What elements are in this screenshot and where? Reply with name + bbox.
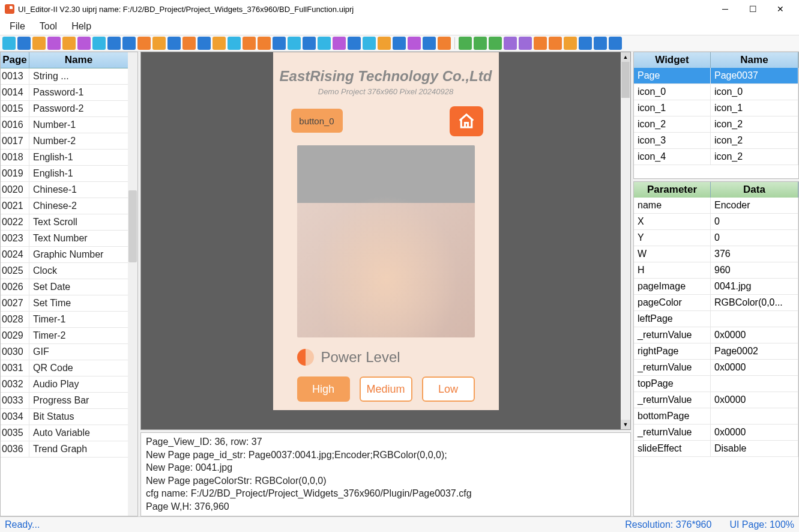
page-row-0033[interactable]: 0033Progress Bar (1, 393, 128, 409)
page-row-0017[interactable]: 0017Number-2 (1, 133, 128, 150)
toolbar-icon-28[interactable] (423, 37, 436, 50)
toolbar-align-icon-10[interactable] (609, 37, 622, 50)
page-row-0014[interactable]: 0014Password-1 (1, 85, 128, 101)
toolbar-icon-27[interactable] (408, 37, 421, 50)
page-row-0032[interactable]: 0032Audio Play (1, 376, 128, 393)
toolbar-align-icon-0[interactable] (459, 37, 472, 50)
page-row-0029[interactable]: 0029Timer-2 (1, 328, 128, 344)
param-row[interactable]: pageColorRGBColor(0,0... (634, 295, 798, 311)
toolbar-align-icon-6[interactable] (549, 37, 562, 50)
scroll-up-icon[interactable]: ▲ (621, 52, 630, 62)
toolbar-icon-12[interactable] (182, 37, 196, 50)
toolbar-align-icon-4[interactable] (519, 37, 532, 50)
page-row-0026[interactable]: 0026Set Date (1, 279, 128, 295)
toolbar-icon-9[interactable] (137, 37, 151, 50)
widget-row[interactable]: icon_0icon_0 (634, 84, 798, 100)
param-row[interactable]: nameEncoder (634, 198, 798, 214)
param-row[interactable]: _returnValue0x0000 (634, 360, 798, 376)
widget-row[interactable]: icon_4icon_2 (634, 149, 798, 165)
toolbar-icon-23[interactable] (348, 37, 361, 50)
toolbar-icon-22[interactable] (333, 37, 346, 50)
page-row-0016[interactable]: 0016Number-1 (1, 117, 128, 133)
toolbar-align-icon-1[interactable] (474, 37, 487, 50)
toolbar-align-icon-3[interactable] (504, 37, 517, 50)
page-row-0035[interactable]: 0035Auto Variable (1, 425, 128, 441)
widget-row[interactable]: icon_1icon_1 (634, 100, 798, 116)
toolbar-icon-10[interactable] (152, 37, 166, 50)
param-row[interactable]: bottomPage (634, 408, 798, 425)
toolbar-icon-15[interactable] (228, 37, 241, 50)
param-col-data[interactable]: Data (711, 182, 798, 198)
page-row-0027[interactable]: 0027Set Time (1, 295, 128, 312)
level-medium-button[interactable]: Medium (360, 376, 412, 402)
toolbar-align-icon-2[interactable] (489, 37, 502, 50)
button-0-widget[interactable]: button_0 (291, 109, 343, 133)
maximize-button[interactable]: ☐ (739, 0, 767, 18)
page-row-0022[interactable]: 0022Text Scroll (1, 214, 128, 231)
level-high-button[interactable]: High (297, 376, 350, 402)
page-row-0013[interactable]: 0013String ... (1, 68, 128, 85)
page-list-col-name[interactable]: Name (29, 52, 128, 68)
toolbar-align-icon-8[interactable] (579, 37, 592, 50)
param-row[interactable]: topPage (634, 376, 798, 392)
level-low-button[interactable]: Low (422, 376, 475, 402)
param-row[interactable]: W376 (634, 246, 798, 262)
toolbar-icon-5[interactable] (77, 37, 91, 50)
page-row-0020[interactable]: 0020Chinese-1 (1, 182, 128, 198)
toolbar-icon-0[interactable] (2, 37, 16, 50)
param-row[interactable]: _returnValue0x0000 (634, 327, 798, 343)
toolbar-icon-4[interactable] (62, 37, 76, 50)
toolbar-icon-16[interactable] (243, 37, 256, 50)
minimize-button[interactable]: ─ (711, 0, 739, 18)
param-row[interactable]: rightPagePage0002 (634, 343, 798, 360)
param-row[interactable]: Y0 (634, 230, 798, 246)
widget-row[interactable]: icon_3icon_2 (634, 133, 798, 149)
widget-row[interactable]: icon_2icon_2 (634, 116, 798, 133)
toolbar-icon-18[interactable] (273, 37, 286, 50)
param-col-parameter[interactable]: Parameter (634, 182, 711, 198)
param-row[interactable]: _returnValue0x0000 (634, 392, 798, 408)
page-row-0021[interactable]: 0021Chinese-2 (1, 198, 128, 214)
param-row[interactable]: pageImage0041.jpg (634, 279, 798, 295)
page-row-0028[interactable]: 0028Timer-1 (1, 312, 128, 328)
toolbar-icon-29[interactable] (438, 37, 451, 50)
toolbar-icon-24[interactable] (363, 37, 376, 50)
toolbar-align-icon-5[interactable] (534, 37, 547, 50)
scroll-down-icon[interactable]: ▼ (621, 420, 630, 429)
page-list-scrollbar[interactable] (128, 52, 137, 516)
page-row-0036[interactable]: 0036Trend Graph (1, 441, 128, 458)
widget-col-widget[interactable]: Widget (634, 52, 711, 68)
toolbar-icon-7[interactable] (107, 37, 121, 50)
toolbar-icon-19[interactable] (288, 37, 301, 50)
toolbar-icon-1[interactable] (17, 37, 31, 50)
menu-file[interactable]: File (4, 20, 31, 33)
toolbar-icon-21[interactable] (318, 37, 331, 50)
param-row[interactable]: _returnValue0x0000 (634, 425, 798, 441)
menu-tool[interactable]: Tool (34, 20, 63, 33)
toolbar-icon-8[interactable] (122, 37, 136, 50)
page-row-0015[interactable]: 0015Password-2 (1, 101, 128, 117)
toolbar-icon-11[interactable] (167, 37, 181, 50)
widget-col-name[interactable]: Name (711, 52, 798, 68)
param-row[interactable]: slideEffectDisable (634, 441, 798, 457)
preview-scrollbar[interactable]: ▲ ▼ (621, 52, 630, 429)
canvas-page[interactable]: EastRising Technology Co.,Ltd Demo Proje… (273, 52, 499, 410)
param-row[interactable]: H960 (634, 262, 798, 279)
page-row-0018[interactable]: 0018English-1 (1, 150, 128, 166)
toolbar-icon-3[interactable] (47, 37, 61, 50)
toolbar-icon-14[interactable] (213, 37, 226, 50)
page-list-col-page[interactable]: Page (1, 52, 29, 68)
toolbar-icon-6[interactable] (92, 37, 106, 50)
page-row-0031[interactable]: 0031QR Code (1, 360, 128, 376)
widget-row[interactable]: PagePage0037 (634, 68, 798, 84)
page-row-0034[interactable]: 0034Bit Status (1, 409, 128, 425)
page-row-0019[interactable]: 0019English-1 (1, 166, 128, 182)
page-row-0024[interactable]: 0024Graphic Number (1, 247, 128, 263)
menu-help[interactable]: Help (65, 20, 97, 33)
toolbar-icon-13[interactable] (197, 37, 211, 50)
toolbar-icon-20[interactable] (303, 37, 316, 50)
page-row-0023[interactable]: 0023Text Number (1, 231, 128, 247)
home-icon[interactable] (450, 106, 483, 136)
toolbar-align-icon-7[interactable] (564, 37, 577, 50)
page-row-0030[interactable]: 0030GIF (1, 344, 128, 360)
